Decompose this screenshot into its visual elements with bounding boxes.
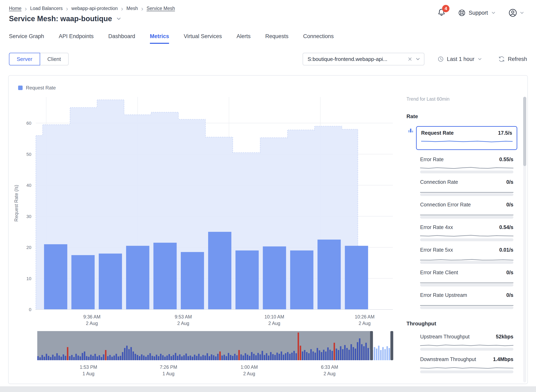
metric-value: 0.01/s [499,247,513,253]
tab-bar: Service GraphAPI EndpointsDashboardMetri… [0,33,536,44]
notification-badge: 4 [442,5,449,12]
title-chevron-down-icon[interactable] [116,16,122,22]
chevron-down-icon[interactable] [415,56,421,62]
metric-label-row: Error Rate Client0/s [420,270,513,275]
tab-api-endpoints[interactable]: API Endpoints [59,33,94,44]
sparkline-connection-error-rate [420,209,513,219]
svg-text:2 Aug: 2 Aug [177,321,189,326]
bar-chart-icon [407,127,414,133]
metric-item-error-rate-client[interactable]: Error Rate Client0/s [420,270,513,286]
tab-metrics[interactable]: Metrics [150,33,169,44]
metrics-card: Request Rate 01020304050609:36 AM2 Aug9:… [8,75,528,384]
metric-label: Error Rate 4xx [420,224,453,230]
metric-label-row: Error Rate0.55/s [420,156,513,162]
metric-value: 52kbps [496,334,513,340]
svg-text:1:53 PM: 1:53 PM [80,364,97,370]
metric-label: Error Rate [420,156,444,162]
svg-text:7:26 PM: 7:26 PM [160,364,177,370]
breadcrumb-item-webapp-api-protection[interactable]: webapp-api-protection [71,6,118,11]
sparkline-downstream-throughput [420,364,513,373]
request-rate-chart[interactable]: 01020304050609:36 AM2 Aug9:53 AM2 Aug10:… [9,94,407,328]
vertical-scrollbar[interactable] [523,97,526,383]
svg-text:2 Aug: 2 Aug [86,321,98,326]
metric-item-error-rate-4xx[interactable]: Error Rate 4xx0.54/s [420,224,513,241]
svg-text:2 Aug: 2 Aug [268,321,280,326]
metric-label: Connection Rate [420,179,458,185]
svg-text:50: 50 [27,152,31,157]
metric-label: Error Rate Upstream [420,292,467,298]
selected-metric-wrap: Request Rate17.5/s [416,126,527,150]
refresh-button[interactable]: Refresh [498,56,527,62]
avatar-icon [508,8,517,17]
service-filter-select[interactable]: S:boutique-frontend.webapp-api... [303,53,424,65]
trend-sidebar-title: Trend for Last 60min [407,96,527,102]
svg-text:60: 60 [27,121,31,126]
metric-label: Request Rate [421,130,454,136]
metric-value: 0.55/s [499,156,513,162]
scrollbar-thumb[interactable] [523,97,526,166]
breadcrumb-item-mesh[interactable]: Mesh [126,6,138,11]
svg-text:9:53 AM: 9:53 AM [175,314,192,319]
svg-text:2 Aug: 2 Aug [323,371,336,376]
metric-label-row: Error Rate 5xx0.01/s [420,247,513,253]
svg-text:30: 30 [27,214,31,219]
breadcrumb-separator-icon: › [141,6,143,11]
chart-column: Request Rate 01020304050609:36 AM2 Aug9:… [9,76,407,384]
metric-item-error-rate-upstream[interactable]: Error Rate Upstream0/s [420,292,513,309]
support-menu[interactable]: Support [458,9,496,17]
breadcrumb-item-home[interactable]: Home [9,6,21,11]
account-menu[interactable] [508,8,525,17]
notifications-button[interactable]: 4 [437,8,446,18]
metric-label-row: Error Rate 4xx0.54/s [420,224,513,230]
chevron-down-icon [519,10,525,15]
time-range-selector[interactable]: Last 1 hour [437,56,482,62]
sparkline-error-rate-5xx [420,254,513,264]
page-title: Service Mesh: waap-boutique [9,14,112,23]
legend-label: Request Rate [26,85,56,91]
support-label: Support [469,10,488,16]
server-toggle-button[interactable]: Server [9,53,40,65]
svg-text:20: 20 [27,245,31,250]
timeline-minimap[interactable]: 1:53 PM1 Aug7:26 PM1 Aug1:00 AM2 Aug6:33… [9,329,407,377]
bottom-scrollbar-track [0,386,536,392]
sparkline-connection-rate [420,187,513,196]
metric-item-request-rate[interactable]: Request Rate17.5/s [416,126,517,150]
breadcrumb-item-service-mesh[interactable]: Service Mesh [147,6,175,11]
legend-swatch [18,86,23,90]
metric-section-title-rate: Rate [407,113,527,120]
tab-service-graph[interactable]: Service Graph [9,33,44,44]
service-filter-value: S:boutique-frontend.webapp-api... [308,56,405,62]
svg-text:2 Aug: 2 Aug [243,371,255,376]
chart-legend[interactable]: Request Rate [18,85,407,91]
svg-text:9:36 AM: 9:36 AM [83,314,100,319]
metric-item-upstream-throughput[interactable]: Upstream Throughput52kbps [420,334,513,351]
metric-value: 0/s [506,179,513,185]
tab-virtual-services[interactable]: Virtual Services [184,33,222,44]
metric-item-error-rate[interactable]: Error Rate0.55/s [420,156,513,173]
tab-dashboard[interactable]: Dashboard [108,33,135,44]
breadcrumb-separator-icon: › [66,6,68,11]
metric-item-error-rate-5xx[interactable]: Error Rate 5xx0.01/s [420,247,513,264]
top-header: Home›Load Balancers›webapp-api-protectio… [0,0,536,23]
metric-label-row: Error Rate Upstream0/s [420,292,513,298]
metric-value: 0.54/s [499,224,513,230]
metric-item-connection-rate[interactable]: Connection Rate0/s [420,179,513,196]
sparkline-error-rate [420,164,513,173]
metric-value: 17.5/s [498,130,512,136]
client-toggle-button[interactable]: Client [40,53,69,65]
svg-text:10:10 AM: 10:10 AM [264,314,284,319]
chevron-down-icon [477,56,482,62]
metric-item-connection-error-rate[interactable]: Connection Error Rate0/s [420,202,513,219]
sparkline-error-rate-client [420,277,513,286]
svg-text:6:33 AM: 6:33 AM [321,364,338,370]
metric-label-row: Upstream Throughput52kbps [420,334,513,340]
sparkline-error-rate-upstream [420,300,513,309]
metric-item-downstream-throughput[interactable]: Downstream Throughput1.4Mbps [420,356,513,373]
svg-text:1 Aug: 1 Aug [162,371,175,376]
breadcrumb-item-load-balancers[interactable]: Load Balancers [30,6,63,11]
clear-filter-icon[interactable] [407,56,413,62]
tab-connections[interactable]: Connections [303,33,334,44]
tab-requests[interactable]: Requests [265,33,288,44]
tab-alerts[interactable]: Alerts [236,33,250,44]
metric-label: Error Rate Client [420,270,458,275]
